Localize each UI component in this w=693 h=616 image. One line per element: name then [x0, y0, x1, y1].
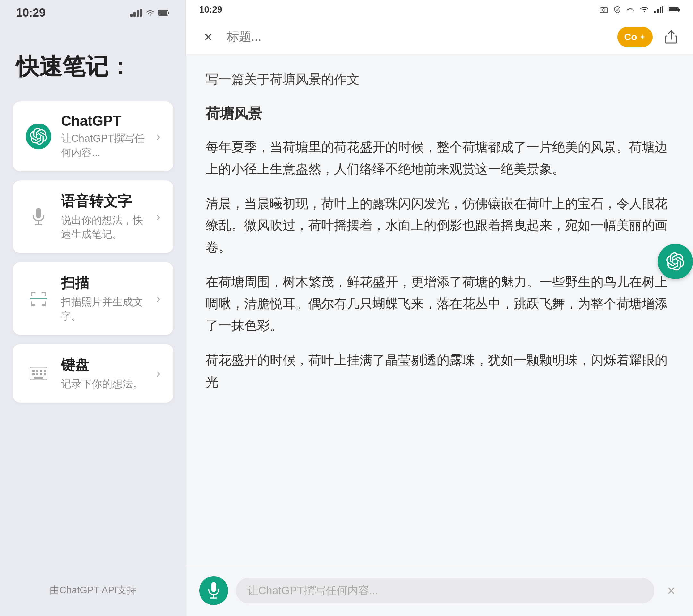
right-photo-icon — [599, 6, 608, 13]
svg-rect-21 — [36, 370, 39, 372]
floating-chatgpt-icon — [666, 252, 685, 271]
svg-rect-13 — [45, 292, 46, 296]
svg-rect-17 — [45, 301, 46, 306]
right-panel: 10:29 — [186, 0, 693, 616]
svg-rect-5 — [168, 12, 170, 14]
voice-item-text: 语音转文字 说出你的想法，快速生成笔记。 — [61, 192, 146, 242]
svg-point-32 — [629, 9, 630, 9]
chatgpt-arrow-icon: › — [156, 129, 160, 144]
svg-point-33 — [631, 9, 632, 9]
svg-rect-15 — [31, 301, 33, 306]
svg-rect-36 — [654, 11, 656, 13]
left-panel: 10:29 快速笔记： — [0, 0, 186, 616]
svg-rect-3 — [140, 9, 142, 17]
battery-icon — [158, 9, 170, 16]
menu-item-scan[interactable]: 扫描 扫描照片并生成文字。 › — [13, 262, 173, 335]
right-shield-icon — [613, 6, 621, 14]
right-battery-icon — [669, 6, 680, 13]
svg-line-34 — [627, 9, 628, 10]
right-time: 10:29 — [199, 4, 222, 15]
content-paragraph-1: 每年夏季，当荷塘里的荷花盛开的时候，整个荷塘都成了一片绝美的风景。荷塘边上的小径… — [206, 136, 674, 180]
copilot-button[interactable]: Co — [617, 27, 653, 47]
title-input[interactable] — [227, 30, 608, 44]
right-android-icon — [626, 6, 634, 14]
scan-arrow-icon: › — [156, 291, 160, 306]
chatgpt-icon — [26, 123, 51, 149]
share-button[interactable] — [662, 28, 680, 46]
content-prompt: 写一篇关于荷塘风景的作文 — [206, 71, 674, 88]
right-wifi-icon — [639, 6, 649, 13]
menu-item-chatgpt[interactable]: ChatGPT 让ChatGPT撰写任何内容... › — [13, 101, 173, 171]
scan-icon — [26, 286, 51, 312]
chatgpt-item-title: ChatGPT — [61, 113, 146, 129]
left-title: 快速笔记： — [13, 51, 173, 82]
menu-item-voice[interactable]: 语音转文字 说出你的想法，快速生成笔记。 › — [13, 180, 173, 253]
svg-rect-41 — [678, 9, 680, 11]
menu-list: ChatGPT 让ChatGPT撰写任何内容... › 语音转文字 说出你的想法… — [13, 101, 173, 403]
copilot-co-text: Co — [624, 32, 637, 42]
keyboard-item-text: 键盘 记录下你的想法。 — [61, 356, 146, 391]
scan-item-title: 扫描 — [61, 274, 146, 293]
svg-rect-26 — [40, 373, 42, 375]
chatgpt-item-text: ChatGPT 让ChatGPT撰写任何内容... — [61, 113, 146, 160]
svg-rect-0 — [130, 14, 133, 17]
svg-rect-7 — [36, 208, 41, 218]
voice-item-title: 语音转文字 — [61, 192, 146, 211]
floating-chatgpt-button[interactable] — [658, 244, 693, 279]
svg-line-35 — [633, 9, 633, 10]
svg-rect-31 — [602, 7, 606, 8]
chatgpt-item-subtitle: 让ChatGPT撰写任何内容... — [61, 132, 146, 160]
svg-rect-2 — [137, 10, 139, 17]
svg-rect-38 — [660, 7, 661, 13]
copilot-sparkle-icon — [639, 33, 646, 40]
bottom-input-field[interactable]: 让ChatGPT撰写任何内容... — [236, 578, 654, 603]
svg-rect-11 — [31, 292, 33, 296]
signal-bars-icon — [130, 9, 142, 17]
svg-rect-42 — [669, 8, 678, 11]
voice-item-subtitle: 说出你的想法，快速生成笔记。 — [61, 213, 146, 242]
share-icon — [665, 30, 677, 44]
right-bottom-bar: 让ChatGPT撰写任何内容... × — [186, 565, 693, 616]
left-status-bar: 10:29 — [13, 0, 173, 26]
right-toolbar: × Co — [186, 19, 693, 55]
svg-rect-20 — [32, 370, 35, 372]
left-status-icons — [130, 9, 170, 17]
keyboard-item-title: 键盘 — [61, 356, 146, 374]
wifi-icon — [146, 9, 155, 16]
svg-rect-24 — [32, 373, 35, 375]
svg-rect-18 — [30, 298, 47, 299]
close-button[interactable]: × — [199, 28, 217, 46]
svg-rect-25 — [36, 373, 39, 375]
right-signal-icon — [654, 6, 664, 13]
svg-rect-23 — [44, 370, 46, 372]
svg-rect-43 — [211, 582, 216, 592]
bottom-mic-button[interactable] — [199, 576, 228, 605]
bottom-input-placeholder: 让ChatGPT撰写任何内容... — [248, 583, 378, 598]
content-paragraph-4: 荷花盛开的时候，荷叶上挂满了晶莹剔透的露珠，犹如一颗颗明珠，闪烁着耀眼的光 — [206, 349, 674, 393]
scan-item-subtitle: 扫描照片并生成文字。 — [61, 295, 146, 323]
content-paragraph-2: 清晨，当晨曦初现，荷叶上的露珠闪闪发光，仿佛镶嵌在荷叶上的宝石，令人眼花缭乱。微… — [206, 193, 674, 258]
microphone-icon — [26, 204, 51, 230]
left-time: 10:29 — [16, 6, 45, 20]
content-subtitle: 荷塘风景 — [206, 104, 674, 123]
keyboard-arrow-icon: › — [156, 366, 160, 380]
svg-rect-22 — [40, 370, 42, 372]
bottom-close-button[interactable]: × — [662, 582, 680, 600]
content-paragraph-3: 在荷塘周围，树木繁茂，鲜花盛开，更增添了荷塘的魅力。一些野生的鸟儿在树上啁啾，清… — [206, 271, 674, 336]
bottom-mic-icon — [206, 582, 221, 599]
svg-rect-39 — [662, 6, 664, 13]
keyboard-icon — [26, 361, 51, 386]
svg-rect-1 — [134, 12, 136, 17]
svg-point-30 — [602, 9, 605, 11]
svg-rect-37 — [657, 9, 659, 13]
voice-arrow-icon: › — [156, 210, 160, 224]
right-status-bar: 10:29 — [186, 0, 693, 19]
left-footer: 由ChatGPT API支持 — [0, 583, 186, 597]
keyboard-item-subtitle: 记录下你的想法。 — [61, 377, 146, 391]
menu-item-keyboard[interactable]: 键盘 记录下你的想法。 › — [13, 344, 173, 403]
scan-item-text: 扫描 扫描照片并生成文字。 — [61, 274, 146, 323]
right-status-icons — [599, 6, 680, 14]
svg-rect-27 — [44, 373, 46, 375]
svg-rect-6 — [159, 11, 167, 15]
right-content: 写一篇关于荷塘风景的作文 荷塘风景 每年夏季，当荷塘里的荷花盛开的时候，整个荷塘… — [186, 55, 693, 565]
